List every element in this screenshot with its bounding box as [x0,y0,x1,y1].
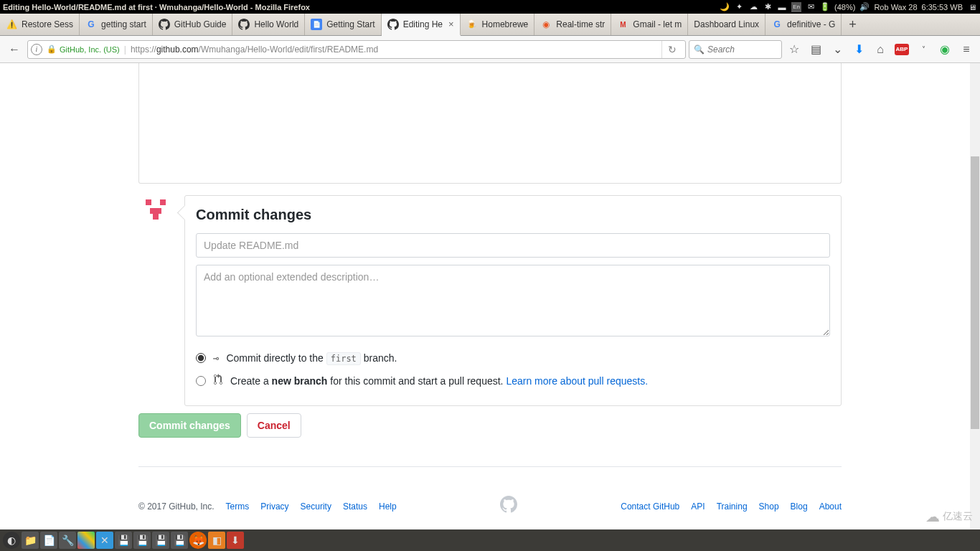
footer-link-privacy[interactable]: Privacy [260,501,288,512]
close-icon[interactable]: × [448,19,454,29]
pocket-icon[interactable]: ⌄ [828,40,847,59]
task-drive-icon[interactable]: 💾 [171,532,188,549]
home-icon[interactable]: ⌂ [871,40,890,59]
ubuntu-icon: ◉ [540,19,552,30]
tab-editing-active[interactable]: Editing He× [382,14,461,36]
search-engine-icon: 🔍 [694,44,705,55]
monitor-icon[interactable]: 🖥 [967,2,977,12]
commit-summary-input[interactable] [196,233,830,258]
cancel-button[interactable]: Cancel [247,413,301,438]
task-files-icon[interactable]: 📁 [22,532,39,549]
mail-icon[interactable]: ✉ [806,2,816,12]
tray-icon[interactable]: En [791,2,801,12]
commit-direct-option[interactable]: ⊸ Commit directly to the first branch. [196,349,830,371]
info-icon[interactable]: i [31,44,42,55]
start-icon[interactable]: ◐ [3,532,20,549]
task-app-icon[interactable]: ✕ [96,532,113,549]
pull-request-icon [213,374,223,387]
branch-icon: ⊸ [213,352,219,364]
github-icon [387,19,399,30]
system-tray: 🌙 ✦ ☁ ✱ ▬ En ✉ 🔋 (48%) 🔊 Rob Wax 28 6:35… [720,2,977,12]
radio-direct[interactable] [196,353,206,363]
tab-getting-start-doc[interactable]: 📄Getting Start [305,14,381,35]
github-logo-icon[interactable] [500,496,517,517]
tab-hello-world[interactable]: Hello World [232,14,305,35]
new-tab-button[interactable]: + [842,14,863,35]
menu-icon[interactable]: ≡ [957,40,976,59]
tray-icon[interactable]: ✱ [763,2,773,12]
task-drive-icon[interactable]: 💾 [115,532,132,549]
library-icon[interactable]: ▤ [806,40,825,59]
tab-github-guide[interactable]: GitHub Guide [153,14,233,35]
footer-link-help[interactable]: Help [379,501,397,512]
bookmark-star-icon[interactable]: ☆ [785,40,804,59]
footer-link-about[interactable]: About [819,501,842,512]
tab-realtime[interactable]: ◉Real-time str [534,14,611,35]
tab-definitive[interactable]: Gdefinitive - G [765,14,842,35]
url-bar[interactable]: i 🔒 GitHub, Inc. (US) | https://github.c… [27,40,686,59]
footer-link-security[interactable]: Security [301,501,331,512]
footer-link-contact[interactable]: Contact GitHub [621,501,679,512]
doc-icon: 📄 [311,19,322,30]
volume-icon[interactable]: 🔊 [859,2,870,12]
task-tools-icon[interactable]: 🔧 [59,532,76,549]
task-app-icon[interactable]: ⬇ [227,532,244,549]
window-title: Editing Hello-World/README.md at first ·… [3,3,310,11]
radio-newbranch[interactable] [196,376,206,386]
search-bar[interactable]: 🔍 [689,40,782,59]
footer-link-shop[interactable]: Shop [759,501,779,512]
scrollbar[interactable] [970,63,980,529]
editor-area[interactable] [138,63,842,184]
task-drive-icon[interactable]: 💾 [133,532,151,549]
task-app-icon[interactable]: 📄 [40,532,57,549]
extension-icon[interactable]: ◉ [936,40,954,59]
tray-icon[interactable]: 🌙 [720,2,730,12]
tab-restore[interactable]: ⚠️Restore Sess [0,14,80,35]
tray-icon[interactable]: ✦ [734,2,744,12]
tab-homebrew[interactable]: 🍺Homebrewe [461,14,535,35]
task-firefox-icon[interactable]: 🦊 [189,532,207,549]
watermark: ☁ 亿速云 [925,508,973,525]
battery-icon[interactable]: 🔋 [820,2,830,12]
back-button[interactable]: ← [4,39,24,60]
scrollbar-thumb[interactable] [971,156,979,429]
branch-name: first [326,352,361,365]
battery-percent: (48%) [834,3,855,11]
gmail-icon: M [617,19,628,30]
footer-link-terms[interactable]: Terms [226,501,250,512]
task-app-icon[interactable]: ◧ [208,532,225,549]
pr-learn-link[interactable]: Learn more about pull requests. [506,375,648,387]
clock: 6:35:53 WB [922,3,963,11]
tray-icon[interactable]: ☁ [748,2,758,12]
warning-icon: ⚠️ [6,19,17,30]
tab-gmail[interactable]: MGmail - let m [611,14,688,35]
footer-link-blog[interactable]: Blog [791,501,808,512]
tab-dashboard[interactable]: Dashboard Linux [688,14,765,35]
tab-getting-started[interactable]: Ggetting start [80,14,153,35]
refresh-button[interactable]: ↻ [661,41,682,58]
user-label: Rob Wax 28 [874,3,917,11]
google-icon: G [771,19,783,30]
page-footer: © 2017 GitHub, Inc. Terms Privacy Securi… [138,466,842,517]
browser-tabbar: ⚠️Restore Sess Ggetting start GitHub Gui… [0,14,980,36]
cloud-icon: ☁ [925,508,940,525]
commit-button[interactable]: Commit changes [138,413,241,438]
tray-icon[interactable]: ▬ [777,2,787,12]
cert-label: GitHub, Inc. (US) [60,45,120,54]
search-input[interactable] [707,44,777,55]
homebrew-icon: 🍺 [466,19,478,30]
user-avatar [138,195,173,230]
commit-description-input[interactable] [196,265,830,336]
task-drive-icon[interactable]: 💾 [152,532,169,549]
github-icon [159,19,170,30]
url-text: https://github.com/Wmuhanga/Hello-World/… [131,44,378,55]
footer-link-status[interactable]: Status [343,501,367,512]
browser-navbar: ← i 🔒 GitHub, Inc. (US) | https://github… [0,36,980,63]
footer-link-api[interactable]: API [691,501,705,512]
chevron-down-icon[interactable]: ˅ [914,40,933,59]
task-app-icon[interactable] [77,532,95,549]
abp-icon[interactable]: ABP [892,40,911,59]
downloads-icon[interactable]: ⬇ [849,40,868,59]
footer-link-training[interactable]: Training [717,501,748,512]
commit-newbranch-option[interactable]: Create a new branch for this commit and … [196,371,830,395]
